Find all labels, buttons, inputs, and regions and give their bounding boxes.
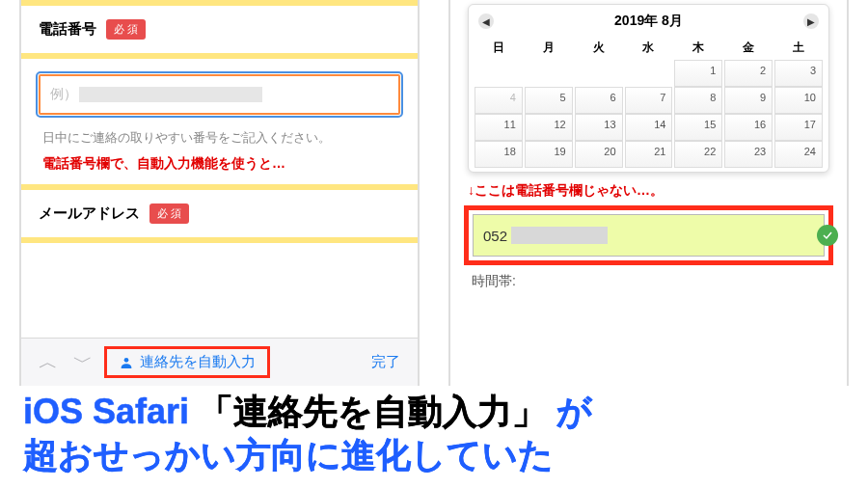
weekday-label: 金 [724,36,773,60]
calendar-day[interactable]: 11 [475,114,523,141]
calendar-row: 4 5 6 7 8 9 10 [475,87,823,114]
autofilled-value: 052 [483,228,507,244]
done-button[interactable]: 完了 [367,351,404,373]
calendar-day[interactable]: 5 [525,87,573,114]
calendar-day[interactable]: 22 [674,141,722,168]
autofill-label: 連絡先を自動入力 [140,353,256,371]
calendar-row: 1 2 3 [475,60,823,87]
helper-text: 日中にご連絡の取りやすい番号をご記入ください。 [21,121,418,155]
headline-part: 「連絡先を自動入力」 [199,392,547,431]
calendar-day[interactable]: 3 [774,60,823,87]
weekday-label: 火 [575,36,623,60]
section-email-header: メールアドレス 必 須 [21,190,418,237]
calendar-day[interactable]: 2 [724,60,773,87]
weekday-label: 木 [674,36,722,60]
required-badge: 必 須 [149,203,189,224]
date-picker[interactable]: ◀ 2019年 8月 ▶ 日 月 火 水 木 金 土 1 2 3 [468,4,829,173]
calendar-day[interactable]: 1 [674,60,722,87]
calendar-day[interactable]: 20 [575,141,623,168]
next-field-chevron-icon[interactable]: ﹀ [69,349,96,375]
weekday-label: 土 [774,36,823,60]
calendar-day[interactable]: 14 [625,114,673,141]
calendar-day[interactable]: 19 [525,141,573,168]
calendar-day[interactable]: 12 [525,114,573,141]
calendar-day[interactable]: 10 [774,87,823,114]
headline-part: 超おせっかい方向に進化していた [23,435,554,474]
calendar-day[interactable]: 7 [625,87,673,114]
weekday-label: 月 [525,36,573,60]
calendar-day[interactable]: 9 [724,87,773,114]
calendar-day[interactable]: 6 [575,87,623,114]
weekday-label: 日 [475,36,523,60]
calendar-title: 2019年 8月 [614,13,683,30]
calendar-day[interactable]: 15 [674,114,722,141]
calendar-day[interactable]: 24 [774,141,823,168]
next-month-icon[interactable]: ▶ [803,14,819,29]
keyboard-accessory-bar: ︿ ﹀ 連絡先を自動入力 完了 [21,338,418,386]
time-slot-label: 時間帯: [450,273,847,290]
section-label: メールアドレス [39,204,140,223]
article-headline: iOS Safari 「連絡先を自動入力」 が 超おせっかい方向に進化していた [0,390,868,476]
autofilled-input[interactable]: 052 [473,214,825,257]
prev-month-icon[interactable]: ◀ [478,14,494,29]
svg-point-0 [124,358,129,363]
weekday-label: 水 [625,36,673,60]
calendar-row: 11 12 13 14 15 16 17 [475,114,823,141]
calendar-day[interactable]: 16 [724,114,773,141]
calendar-day [625,60,673,87]
headline-part: が [556,392,592,431]
form-panel-left: 電話番号 必 須 例） 日中にご連絡の取りやすい番号をご記入ください。 電話番号… [19,0,420,386]
calendar-day[interactable]: 18 [475,141,523,168]
required-badge: 必 須 [106,19,146,40]
redacted-placeholder [79,87,262,102]
calendar-weekdays: 日 月 火 水 木 金 土 [475,36,823,60]
calendar-day[interactable]: 8 [674,87,722,114]
calendar-day [475,60,523,87]
phone-input-wrap: 例） [21,59,418,121]
section-label: 電話番号 [39,20,96,39]
person-icon [119,355,134,370]
autofilled-field-highlight: 052 [464,205,833,265]
calendar-day[interactable]: 23 [724,141,773,168]
checkmark-icon [817,225,838,246]
calendar-day [525,60,573,87]
autofill-contact-button[interactable]: 連絡先を自動入力 [104,346,270,378]
section-phone-header: 電話番号 必 須 [21,6,418,53]
calendar-row: 18 19 20 21 22 23 24 [475,141,823,168]
calendar-day[interactable]: 13 [575,114,623,141]
calendar-day[interactable]: 17 [774,114,823,141]
annotation-left: 電話番号欄で、自動入力機能を使うと… [21,155,418,184]
calendar-header: ◀ 2019年 8月 ▶ [475,9,823,36]
headline-part: iOS Safari [23,392,189,431]
form-panel-right: ◀ 2019年 8月 ▶ 日 月 火 水 木 金 土 1 2 3 [448,0,849,386]
annotation-right: ↓ここは電話番号欄じゃない…。 [450,175,847,203]
phone-input[interactable]: 例） [39,74,400,115]
calendar-day[interactable]: 21 [625,141,673,168]
prev-field-chevron-icon[interactable]: ︿ [35,349,62,375]
redacted-value [511,227,608,244]
calendar-day[interactable]: 4 [475,87,523,114]
calendar-day [575,60,623,87]
placeholder-prefix: 例） [50,86,77,101]
